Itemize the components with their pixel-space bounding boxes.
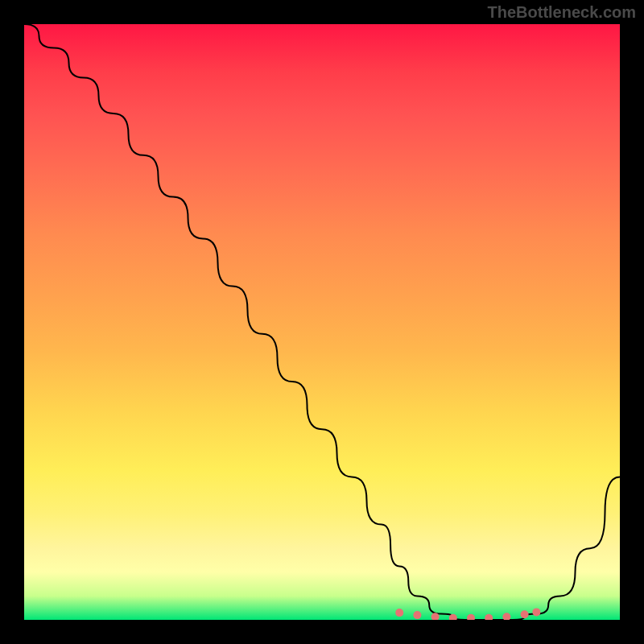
- optimal-marker: [395, 609, 403, 617]
- optimal-range-markers: [395, 608, 540, 620]
- optimal-marker: [521, 610, 529, 618]
- optimal-marker: [532, 608, 540, 616]
- chart-svg: [24, 24, 620, 620]
- plot-area: [24, 24, 620, 620]
- optimal-marker: [502, 613, 510, 620]
- optimal-marker: [413, 611, 421, 619]
- optimal-marker: [467, 614, 475, 620]
- bottleneck-curve-line: [24, 24, 620, 620]
- optimal-marker: [485, 614, 493, 620]
- watermark-text: TheBottleneck.com: [488, 3, 636, 22]
